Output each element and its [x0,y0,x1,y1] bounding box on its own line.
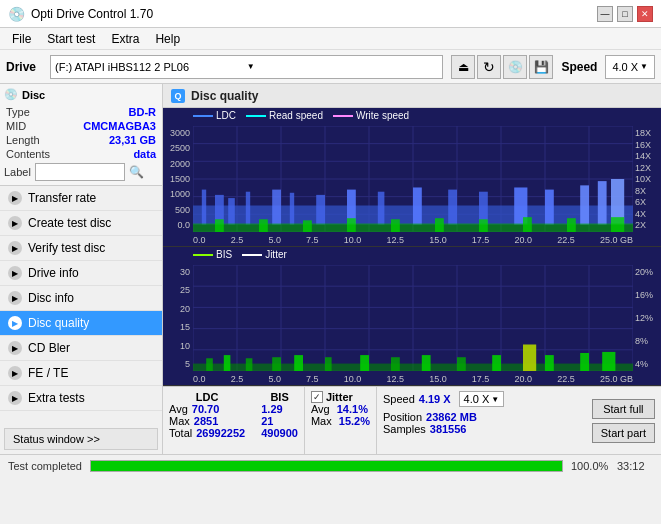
extra-tests-label: Extra tests [28,391,85,405]
menu-start-test[interactable]: Start test [39,30,103,48]
ldc-chart-svg [193,126,633,232]
bottom-bar: Test completed 100.0% 33:12 [0,454,661,476]
samples-row: Samples 381556 [383,423,580,435]
drive-select[interactable]: (F:) ATAPI iHBS112 2 PL06 ▼ [50,55,443,79]
bis-chart-svg [193,265,633,371]
sidebar-item-extra-tests[interactable]: ▶ Extra tests [0,386,162,411]
fe-te-label: FE / TE [28,366,68,380]
progress-percent: 100.0% [571,460,609,472]
svg-rect-35 [598,181,607,224]
total-label: Total [169,427,192,439]
menu-extra[interactable]: Extra [103,30,147,48]
sidebar-item-create-test-disc[interactable]: ▶ Create test disc [0,211,162,236]
svg-rect-40 [303,220,312,232]
jitter-header: Jitter [326,391,353,403]
svg-rect-26 [316,195,325,225]
jitter-checkbox[interactable]: ✓ [311,391,323,403]
start-full-button[interactable]: Start full [592,399,655,419]
disc-contents-row: Contents data [4,147,158,161]
svg-rect-71 [294,355,303,371]
svg-rect-66 [193,364,633,371]
bis-chart-wrapper: BIS Jitter 30 25 20 15 10 5 [163,247,661,386]
length-label: Length [6,134,40,146]
disc-label-icon[interactable]: 🔍 [129,165,144,179]
position-row: Position 23862 MB [383,411,580,423]
bis-stats-col: BIS 1.29 21 490900 [261,391,298,450]
speed-stat-select[interactable]: 4.0 X ▼ [459,391,505,407]
minimize-button[interactable]: — [597,6,613,22]
sidebar-item-drive-info[interactable]: ▶ Drive info [0,261,162,286]
start-part-button[interactable]: Start part [592,423,655,443]
progress-bar-fill [91,461,562,471]
read-speed-legend-label: Read speed [269,110,323,121]
type-label: Type [6,106,30,118]
save-button[interactable]: 💾 [529,55,553,79]
stats-bar: LDC Avg 70.70 Max 2851 Total 26992252 [163,386,661,454]
sidebar: 💿 Disc Type BD-R MID CMCMAGBA3 Length 23… [0,84,163,454]
status-window-button[interactable]: Status window >> [4,428,158,450]
svg-rect-72 [325,357,332,371]
speed-row: Speed 4.19 X 4.0 X ▼ [383,391,580,407]
svg-rect-30 [448,190,457,225]
eject-button[interactable]: ⏏ [451,55,475,79]
disc-icon-btn[interactable]: 💿 [503,55,527,79]
menu-help[interactable]: Help [147,30,188,48]
extra-tests-icon: ▶ [8,391,22,405]
samples-label: Samples [383,423,426,435]
position-value: 23862 MB [426,411,477,423]
start-buttons: Start full Start part [586,387,661,454]
speed-label: Speed [561,60,597,74]
jitter-max-value: 15.2% [339,415,370,427]
cd-bler-label: CD Bler [28,341,70,355]
menu-file[interactable]: File [4,30,39,48]
disc-quality-icon-badge: Q [171,89,185,103]
status-text: Test completed [8,460,82,472]
disc-label-input[interactable] [35,163,125,181]
disc-panel: 💿 Disc Type BD-R MID CMCMAGBA3 Length 23… [0,84,162,186]
ldc-max-row: Max 2851 [169,415,245,427]
title-bar-controls: — □ ✕ [597,6,653,22]
sidebar-item-verify-test-disc[interactable]: ▶ Verify test disc [0,236,162,261]
maximize-button[interactable]: □ [617,6,633,22]
sidebar-item-transfer-rate[interactable]: ▶ Transfer rate [0,186,162,211]
sidebar-item-cd-bler[interactable]: ▶ CD Bler [0,336,162,361]
menu-bar: File Start test Extra Help [0,28,661,50]
length-value: 23,31 GB [109,134,156,146]
svg-rect-67 [206,358,213,371]
speed-select[interactable]: 4.0 X ▼ [605,55,655,79]
svg-rect-75 [422,355,431,371]
svg-rect-47 [611,217,624,232]
sidebar-item-fe-te[interactable]: ▶ FE / TE [0,361,162,386]
refresh-button[interactable]: ↻ [477,55,501,79]
close-button[interactable]: ✕ [637,6,653,22]
sidebar-item-disc-quality[interactable]: ▶ Disc quality [0,311,162,336]
svg-rect-44 [479,219,488,232]
disc-label-label: Label [4,166,31,178]
ldc-stats-col: LDC Avg 70.70 Max 2851 Total 26992252 [169,391,245,450]
disc-quality-title: Disc quality [191,89,258,103]
title-bar: 💿 Opti Drive Control 1.70 — □ ✕ [0,0,661,28]
disc-icon: 💿 [4,88,18,101]
write-speed-legend: Write speed [333,110,409,121]
drive-info-label: Drive info [28,266,79,280]
samples-value: 381556 [430,423,467,435]
speed-stat-value: 4.19 X [419,393,451,405]
disc-info-icon: ▶ [8,291,22,305]
jitter-checkbox-row: ✓ Jitter [311,391,370,403]
svg-rect-34 [580,185,589,224]
svg-rect-79 [545,355,554,371]
svg-rect-43 [435,218,444,232]
disc-quality-icon: ▶ [8,316,22,330]
svg-rect-41 [347,218,356,232]
svg-rect-74 [391,357,400,371]
ldc-header: LDC [169,391,245,403]
svg-rect-77 [492,355,501,371]
type-value: BD-R [129,106,157,118]
sidebar-item-disc-info[interactable]: ▶ Disc info [0,286,162,311]
svg-rect-70 [272,357,281,371]
speed-stat-label: Speed [383,393,415,405]
main-layout: 💿 Disc Type BD-R MID CMCMAGBA3 Length 23… [0,84,661,454]
drive-bar: Drive (F:) ATAPI iHBS112 2 PL06 ▼ ⏏ ↻ 💿 … [0,50,661,84]
chart2-y-left: 30 25 20 15 10 5 [163,265,193,371]
jitter-avg-value: 14.1% [337,403,368,415]
